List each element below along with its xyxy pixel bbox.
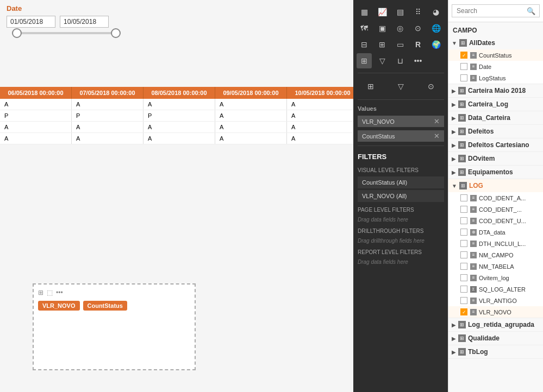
field-checkbox[interactable] [460, 240, 467, 247]
drillthrough-filters-label: Drillthrough filters [353, 225, 448, 236]
field-group-name: Log_retida_agrupada [468, 321, 534, 328]
axis-icon-filter[interactable]: ▽ [393, 79, 408, 94]
field-checkbox[interactable] [460, 286, 467, 293]
field-group-header[interactable]: ▶⊞TbLog [448, 345, 543, 358]
viz-icon-card[interactable]: ▭ [392, 37, 408, 52]
field-checkbox[interactable] [460, 251, 467, 258]
field-type-icon: ≡ [470, 206, 477, 213]
field-group-header[interactable]: ▶⊞Equipamentos [448, 166, 543, 179]
field-checkbox[interactable] [460, 297, 467, 304]
axis-icon-fields[interactable]: ⊞ [363, 79, 378, 94]
field-group-header[interactable]: ▶⊞Log_retida_agrupada [448, 318, 543, 331]
field-group-name: Defeitos Cartesiano [468, 141, 529, 149]
value-tag-countstatus-remove[interactable]: ✕ [434, 132, 440, 140]
field-group-name: Qualidade [468, 334, 500, 342]
viz-icon-treemap[interactable]: ▣ [375, 21, 390, 36]
field-type-icon: ⊕ [470, 229, 477, 236]
field-name-label: Ovitem_log [479, 275, 509, 281]
field-name-label: NM_TABELA [479, 263, 514, 270]
field-group-header[interactable]: ▼⊞LOG [448, 179, 543, 192]
report-level-drag-hint: Drag data fields here [353, 257, 448, 267]
table-cell: A [286, 133, 358, 144]
viz-icon-funnel[interactable]: ▽ [375, 53, 390, 68]
field-checkbox[interactable] [460, 217, 467, 224]
viz-icon-bar[interactable]: ▦ [357, 4, 372, 20]
field-type-icon: ≡ [470, 64, 477, 70]
table-cell: A [215, 110, 286, 122]
field-checkbox[interactable]: ✓ [460, 52, 467, 59]
viz-icon-donut[interactable]: ⊙ [410, 21, 426, 36]
field-checkbox[interactable] [460, 63, 467, 70]
table-cell: A [215, 122, 286, 133]
field-type-icon: Σ [470, 286, 477, 293]
viz-icon-globe[interactable]: 🌐 [428, 21, 444, 36]
viz-icon-more[interactable]: ••• [410, 53, 426, 68]
field-checkbox[interactable] [460, 229, 467, 236]
field-item-cod_ident_...[interactable]: ≡COD_IDENT_... [448, 204, 543, 215]
field-item-countstatus[interactable]: ✓≡CountStatus [448, 49, 543, 61]
slider-thumb-right[interactable] [111, 28, 121, 38]
value-tag-countstatus[interactable]: CountStatus ✕ [358, 130, 444, 142]
field-item-vlr_antigo[interactable]: ≡VLR_ANTIGO [448, 295, 543, 306]
viz-icon-map[interactable]: 🗺 [357, 21, 372, 36]
date-to-input[interactable]: 10/05/2018 [60, 16, 109, 28]
field-group-header[interactable]: ▼⊞AllDates [448, 36, 543, 49]
viz-icon-matrix[interactable]: ⊞ [375, 37, 390, 52]
field-group-header[interactable]: ▶⊞Defeitos Cartesiano [448, 138, 543, 151]
field-item-logstatus[interactable]: ≡LogStatus [448, 72, 543, 84]
field-item-cod_ident_u...[interactable]: ≡COD_IDENT_U... [448, 215, 543, 226]
field-item-sq_log_alter[interactable]: ΣSQ_LOG_ALTER [448, 283, 543, 295]
field-item-nm_campo[interactable]: ≡NM_CAMPO [448, 249, 543, 261]
date-from-input[interactable]: 01/05/2018 [7, 16, 55, 28]
field-group-table-icon: ⊞ [458, 321, 466, 328]
viz-icon-area[interactable]: ▤ [392, 4, 408, 20]
field-checkbox[interactable] [460, 206, 467, 213]
field-group-arrow-icon: ▶ [452, 142, 456, 148]
field-group-header[interactable]: ▶⊞Carteira_Log [448, 98, 543, 111]
field-group-header[interactable]: ▶⊞Defeitos [448, 125, 543, 138]
viz-icon-gauge[interactable]: ◎ [392, 21, 408, 36]
field-item-ovitem_log[interactable]: ≡Ovitem_log [448, 272, 543, 283]
field-checkbox[interactable] [460, 274, 467, 281]
viz-icon-scatter[interactable]: ⠿ [410, 4, 426, 20]
field-checkbox[interactable] [460, 263, 467, 270]
field-group-header[interactable]: ▶⊞Carteira Maio 2018 [448, 84, 543, 97]
value-tag-vlr-novo[interactable]: VLR_NOVO ✕ [358, 116, 444, 127]
viz-icon-globe2[interactable]: 🌍 [428, 37, 444, 52]
campo-section: CAMPO [448, 22, 543, 36]
axis-icon-drill[interactable]: ⊙ [423, 79, 439, 94]
viz-icon-table-active[interactable]: ⊞ [357, 53, 372, 68]
field-item-dta_data[interactable]: ⊕DTA_data [448, 226, 543, 238]
field-checkbox[interactable] [460, 194, 467, 201]
date-slider-track[interactable] [12, 32, 121, 34]
field-item-dth_inclui_l...[interactable]: ≡DTH_INCLUI_L... [448, 238, 543, 249]
field-item-date[interactable]: ≡Date [448, 61, 543, 72]
field-type-icon: ≡ [470, 263, 477, 270]
viz-icon-pie[interactable]: ◕ [428, 4, 444, 20]
filter-vlr-novo-all[interactable]: VLR_NOVO (All) [358, 190, 444, 202]
fields-panel: 🔍 CAMPO▼⊞AllDates✓≡CountStatus≡Date≡LogS… [448, 0, 543, 392]
field-name-label: VLR_ANTIGO [479, 298, 517, 304]
chart-more-icon[interactable]: ••• [56, 289, 63, 296]
field-group-header[interactable]: ▶⊞DOvitem [448, 152, 543, 165]
field-item-vlr_novo[interactable]: ✓≡VLR_NOVO [448, 306, 543, 318]
field-checkbox[interactable] [460, 74, 467, 81]
field-group-header[interactable]: ▶⊞Data_Carteira [448, 111, 543, 124]
field-item-cod_ident_a...[interactable]: ≡COD_IDENT_A... [448, 192, 543, 204]
value-tag-vlr-novo-remove[interactable]: ✕ [434, 117, 440, 125]
viz-icon-waterfall[interactable]: ⊔ [392, 53, 408, 68]
report-level-filters-label: Report level filters [353, 246, 448, 257]
field-group-header[interactable]: ▶⊞Qualidade [448, 332, 543, 345]
table-cell: A [71, 99, 143, 110]
field-item-nm_tabela[interactable]: ≡NM_TABELA [448, 261, 543, 272]
viz-icons-grid: ▦ 📈 ▤ ⠿ ◕ 🗺 ▣ ◎ ⊙ 🌐 ⊟ ⊞ ▭ R 🌍 ⊞ ▽ ⊔ ••• [353, 0, 448, 71]
slider-thumb-left[interactable] [12, 28, 22, 38]
field-name-label: LogStatus [479, 75, 506, 81]
field-group-defeitos: ▶⊞Defeitos [448, 125, 543, 138]
viz-icon-line[interactable]: 📈 [375, 4, 390, 20]
filter-countstatus-all[interactable]: CountStatus (All) [358, 176, 444, 188]
viz-icon-table[interactable]: ⊟ [357, 37, 372, 52]
field-checkbox[interactable]: ✓ [460, 308, 467, 315]
viz-icon-r[interactable]: R [410, 37, 426, 52]
field-name-label: Date [479, 64, 491, 70]
